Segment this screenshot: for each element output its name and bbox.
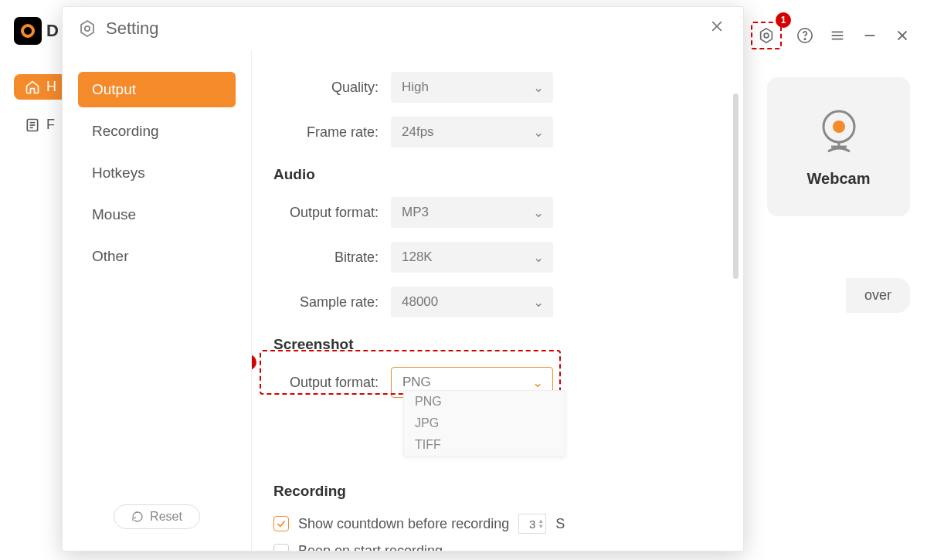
help-button[interactable] bbox=[796, 26, 814, 45]
svg-point-5 bbox=[764, 33, 769, 38]
chevron-down-icon: ⌄ bbox=[533, 294, 544, 311]
samplerate-label: Sample rate: bbox=[260, 294, 391, 311]
dropdown-option-tiff[interactable]: TIFF bbox=[404, 434, 565, 456]
app-logo: D bbox=[14, 17, 59, 45]
reset-label: Reset bbox=[150, 510, 182, 524]
gear-icon bbox=[758, 27, 775, 44]
bitrate-label: Bitrate: bbox=[260, 249, 391, 266]
svg-marker-4 bbox=[761, 29, 772, 42]
sidebar-item-mouse[interactable]: Mouse bbox=[78, 197, 236, 232]
settings-button[interactable] bbox=[757, 26, 776, 45]
countdown-value-input[interactable]: 3 ▲▼ bbox=[518, 514, 546, 534]
annotation-badge-2: 2 bbox=[252, 355, 256, 370]
chevron-down-icon: ⌄ bbox=[533, 205, 544, 221]
quality-select[interactable]: High ⌄ bbox=[391, 72, 553, 103]
settings-content: Quality: High ⌄ Frame rate: 24fps ⌄ Audi… bbox=[252, 50, 743, 551]
close-icon bbox=[709, 19, 725, 34]
chevron-down-icon: ⌄ bbox=[533, 249, 544, 266]
over-chip[interactable]: over bbox=[846, 278, 910, 313]
countdown-checkbox[interactable] bbox=[273, 516, 289, 531]
quality-label: Quality: bbox=[260, 80, 391, 96]
svg-point-17 bbox=[85, 26, 90, 31]
nav-file-label: F bbox=[46, 117, 55, 133]
left-nav: H F bbox=[14, 74, 67, 136]
screenshot-format-label: Output format: bbox=[260, 375, 391, 391]
nav-home[interactable]: H bbox=[14, 74, 67, 100]
spinner-arrows-icon: ▲▼ bbox=[538, 518, 544, 529]
hamburger-icon bbox=[829, 27, 846, 44]
audio-format-label: Output format: bbox=[260, 205, 391, 221]
settings-highlight: 1 bbox=[751, 22, 782, 49]
dropdown-option-jpg[interactable]: JPG bbox=[404, 412, 565, 434]
sidebar-item-recording[interactable]: Recording bbox=[78, 114, 236, 149]
menu-button[interactable] bbox=[828, 26, 847, 45]
gear-icon bbox=[78, 19, 97, 38]
help-icon bbox=[796, 27, 813, 44]
svg-point-7 bbox=[804, 39, 805, 39]
countdown-label: Show countdown before recording bbox=[298, 516, 509, 532]
webcam-label: Webcam bbox=[807, 170, 871, 188]
close-app-button[interactable] bbox=[893, 26, 912, 45]
audio-format-select[interactable]: MP3 ⌄ bbox=[391, 197, 553, 228]
settings-modal: Setting Output Recording Hotkeys Mouse O… bbox=[62, 6, 744, 552]
minimize-button[interactable] bbox=[861, 26, 879, 45]
app-initial: D bbox=[46, 21, 59, 41]
chevron-down-icon: ⌄ bbox=[533, 124, 544, 141]
beep-checkbox[interactable] bbox=[273, 544, 289, 552]
framerate-label: Frame rate: bbox=[260, 124, 391, 141]
window-toolbar: 1 bbox=[751, 22, 912, 49]
file-icon bbox=[25, 117, 40, 133]
close-icon bbox=[894, 27, 911, 44]
samplerate-select[interactable]: 48000 ⌄ bbox=[391, 287, 553, 317]
dropdown-option-png[interactable]: PNG bbox=[404, 391, 565, 412]
modal-close-button[interactable] bbox=[706, 15, 728, 42]
screenshot-format-dropdown: PNG JPG TIFF bbox=[403, 390, 565, 456]
annotation-badge-1: 1 bbox=[776, 12, 791, 28]
webcam-icon bbox=[814, 107, 864, 156]
reset-button[interactable]: Reset bbox=[114, 504, 200, 529]
scrollbar[interactable] bbox=[733, 93, 739, 279]
svg-marker-16 bbox=[81, 21, 93, 36]
countdown-suffix: S bbox=[555, 516, 565, 532]
screenshot-heading: Screenshot bbox=[273, 336, 722, 353]
home-icon bbox=[25, 80, 40, 95]
check-icon bbox=[276, 518, 287, 529]
chevron-down-icon: ⌄ bbox=[533, 80, 544, 96]
chevron-down-icon: ⌄ bbox=[532, 375, 543, 391]
modal-header: Setting bbox=[63, 7, 743, 50]
nav-file[interactable]: F bbox=[14, 114, 67, 136]
framerate-select[interactable]: 24fps ⌄ bbox=[391, 117, 553, 148]
settings-sidebar: Output Recording Hotkeys Mouse Other Res… bbox=[63, 50, 252, 551]
nav-home-label: H bbox=[46, 79, 56, 95]
webcam-card[interactable]: Webcam bbox=[767, 77, 910, 216]
sidebar-item-other[interactable]: Other bbox=[78, 239, 236, 274]
recording-heading: Recording bbox=[273, 483, 722, 500]
sidebar-item-hotkeys[interactable]: Hotkeys bbox=[78, 155, 236, 191]
audio-heading: Audio bbox=[273, 166, 722, 183]
beep-label: Beep on start recording bbox=[298, 543, 443, 551]
modal-title: Setting bbox=[106, 19, 159, 39]
reset-icon bbox=[131, 511, 144, 523]
sidebar-item-output[interactable]: Output bbox=[78, 72, 236, 107]
svg-point-15 bbox=[833, 120, 845, 133]
minimize-icon bbox=[861, 27, 878, 44]
bitrate-select[interactable]: 128K ⌄ bbox=[391, 242, 553, 273]
